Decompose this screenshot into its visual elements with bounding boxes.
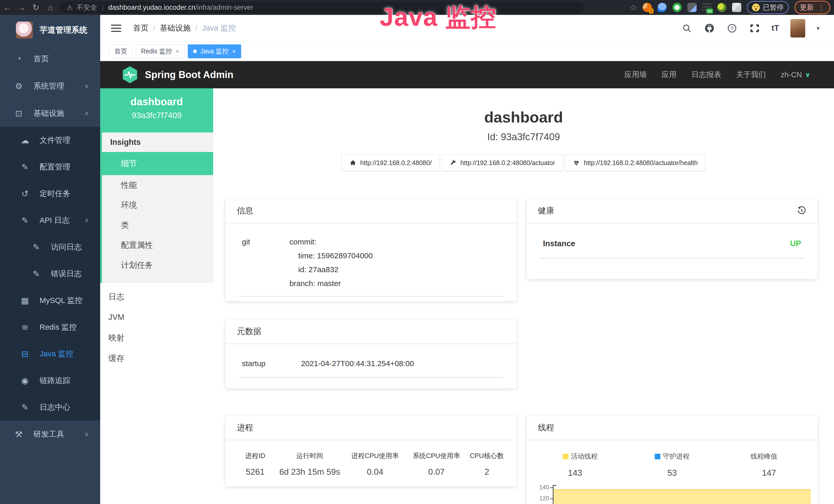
close-icon[interactable]: × bbox=[176, 48, 179, 55]
user-avatar[interactable] bbox=[790, 19, 805, 38]
sidebar-item-home[interactable]: ◔ 首页 bbox=[0, 45, 100, 72]
process-cpu-value: 0.04 bbox=[344, 467, 407, 477]
sba-item-environment[interactable]: 环境 bbox=[102, 195, 213, 215]
health-url-link[interactable]: http://192.168.0.2:48080/actuator/health bbox=[565, 155, 706, 171]
extension-pin-icon[interactable] bbox=[658, 3, 667, 12]
bookmark-star-icon[interactable]: ☆ bbox=[630, 3, 637, 12]
threads-legend: 活动线程 守护进程 线程峰值 bbox=[534, 452, 810, 461]
url-host: dashboard.yudao.iocoder.cn bbox=[108, 4, 195, 12]
wrench-icon bbox=[450, 159, 456, 166]
close-icon[interactable]: × bbox=[232, 48, 236, 55]
health-key: Instance bbox=[543, 239, 575, 248]
sba-navbar: Spring Boot Admin 应用墙 应用 日志报表 关于我们 zh-CN… bbox=[100, 61, 834, 88]
sba-instance-header[interactable]: dashboard 93a3fc7f7409 bbox=[100, 88, 213, 133]
browser-reload-icon[interactable]: ↻ bbox=[29, 3, 43, 12]
info-value: commit: time: 1596289704000 id: 27aa832 … bbox=[289, 237, 500, 288]
log-icon: ✎ bbox=[20, 215, 30, 225]
sidebar-item-java-monitor[interactable]: ⊟ Java 监控 bbox=[0, 340, 100, 367]
browser-back-icon[interactable]: ← bbox=[0, 3, 14, 12]
sba-item-mappings[interactable]: 映射 bbox=[100, 328, 213, 348]
sidebar-item-dev-tools[interactable]: ⚒ 研发工具 ∨ bbox=[0, 420, 100, 448]
git-commit-line: commit: bbox=[289, 237, 500, 246]
tab-home[interactable]: 首页 bbox=[109, 44, 133, 58]
legend-live-threads: 活动线程 bbox=[534, 452, 626, 461]
browser-home-icon[interactable]: ⌂ bbox=[43, 3, 58, 12]
extensions-puzzle-icon[interactable] bbox=[732, 3, 741, 12]
extension-leaf-icon[interactable] bbox=[717, 3, 726, 12]
update-label: 更新 bbox=[800, 3, 814, 12]
sidebar-item-redis-monitor[interactable]: ≋ Redis 监控 bbox=[0, 314, 100, 340]
legend-peak-threads: 线程峰值 bbox=[718, 452, 810, 461]
active-dot-icon bbox=[193, 49, 197, 53]
sba-item-details[interactable]: 细节 bbox=[102, 152, 213, 175]
gear-icon: ⚙ bbox=[13, 81, 24, 91]
health-url: http://192.168.0.2:48080/actuator/health bbox=[584, 159, 698, 167]
insights-section-label: Insights bbox=[102, 133, 213, 152]
sidebar-item-system-mgmt[interactable]: ⚙ 系统管理 ∨ bbox=[0, 72, 100, 100]
github-icon[interactable] bbox=[704, 23, 715, 34]
sidebar-item-access-log[interactable]: ✎ 访问日志 bbox=[0, 234, 100, 260]
search-icon[interactable] bbox=[681, 23, 693, 34]
sba-item-metrics[interactable]: 性能 bbox=[102, 175, 213, 195]
sidebar-item-label: 研发工具 bbox=[34, 429, 64, 439]
metadata-value: 2021-04-27T00:44:31.254+08:00 bbox=[301, 359, 500, 368]
sba-sidebar-group: 日志 JVM 映射 缓存 bbox=[100, 287, 213, 369]
history-icon: ↺ bbox=[20, 189, 30, 199]
browser-forward-icon[interactable]: → bbox=[14, 3, 29, 12]
sba-item-jvm[interactable]: JVM bbox=[100, 307, 213, 328]
sidebar-item-file-mgmt[interactable]: ☁ 文件管理 bbox=[0, 127, 100, 154]
chevron-down-icon: ∨ bbox=[84, 431, 89, 438]
sidebar-item-label: 基础设施 bbox=[34, 108, 64, 119]
sba-item-config-props[interactable]: 配置属性 bbox=[102, 235, 213, 255]
address-bar[interactable]: ⚠ 不安全 | dashboard.yudao.iocoder.cn /infr… bbox=[60, 2, 584, 13]
header-actions: ? tT ▾ bbox=[681, 19, 820, 38]
sidebar-item-config-mgmt[interactable]: ✎ 配置管理 bbox=[0, 154, 100, 180]
col-cpu-cores: CPU核心数 bbox=[466, 451, 507, 460]
history-icon[interactable] bbox=[797, 206, 806, 215]
browser-update-button[interactable]: 更新 ⋮ bbox=[794, 1, 830, 14]
extension-list-icon[interactable]: on bbox=[702, 3, 711, 12]
sba-brand-title[interactable]: Spring Boot Admin bbox=[145, 69, 234, 81]
breadcrumb-home[interactable]: 首页 bbox=[133, 23, 149, 33]
browser-menu-icon[interactable]: ⋮ bbox=[818, 3, 825, 12]
sba-nav-journal[interactable]: 日志报表 bbox=[692, 70, 721, 80]
actuator-url: http://192.168.0.2:48080/actuator bbox=[461, 159, 555, 167]
paused-label: 已暂停 bbox=[763, 3, 784, 12]
app-logo-row[interactable]: 芋道管理系统 bbox=[0, 15, 100, 45]
avatar-caret-icon[interactable]: ▾ bbox=[816, 25, 820, 32]
chevron-down-icon: ∨ bbox=[805, 71, 810, 79]
fullscreen-icon[interactable] bbox=[749, 23, 760, 34]
sidebar-item-cron-jobs[interactable]: ↺ 定时任务 bbox=[0, 180, 100, 207]
sba-item-classes[interactable]: 类 bbox=[102, 215, 213, 235]
tab-redis-monitor[interactable]: Redis 监控 × bbox=[136, 44, 185, 58]
sba-item-scheduled-tasks[interactable]: 计划任务 bbox=[102, 255, 213, 275]
sba-item-caches[interactable]: 缓存 bbox=[100, 348, 213, 369]
help-icon[interactable]: ? bbox=[726, 23, 738, 34]
sba-nav-about[interactable]: 关于我们 bbox=[736, 70, 766, 80]
actuator-url-link[interactable]: http://192.168.0.2:48080/actuator bbox=[442, 155, 563, 171]
sidebar-item-api-logs[interactable]: ✎ API 日志 ∧ bbox=[0, 207, 100, 234]
sba-nav-applications[interactable]: 应用 bbox=[662, 70, 677, 80]
font-size-icon[interactable]: tT bbox=[772, 24, 779, 33]
chevron-up-icon: ∧ bbox=[84, 110, 89, 117]
profile-paused-badge[interactable]: 已暂停 bbox=[747, 1, 789, 14]
sidebar-item-mysql-monitor[interactable]: ▦ MySQL 监控 bbox=[0, 287, 100, 314]
breadcrumb-infrastructure[interactable]: 基础设施 bbox=[160, 23, 191, 33]
service-url-link[interactable]: http://192.168.0.2:48080/ bbox=[342, 155, 440, 171]
sidebar-item-infrastructure[interactable]: ⊡ 基础设施 ∧ bbox=[0, 100, 100, 127]
extension-green-circle-icon[interactable] bbox=[673, 3, 682, 12]
tab-java-monitor[interactable]: Java 监控 × bbox=[188, 44, 241, 58]
sba-locale-select[interactable]: zh-CN ∨ bbox=[781, 71, 810, 79]
extension-badge: 1 bbox=[649, 8, 654, 14]
sidebar-item-label: 配置管理 bbox=[40, 162, 70, 172]
sidebar-item-trace[interactable]: ◉ 链路追踪 bbox=[0, 367, 100, 394]
extension-orange-icon[interactable]: 1 bbox=[643, 3, 652, 12]
sidebar-toggle-icon[interactable] bbox=[111, 25, 121, 32]
extension-grid-icon[interactable] bbox=[687, 3, 697, 12]
eye-icon: ◉ bbox=[20, 375, 30, 386]
sidebar-item-log-center[interactable]: ✎ 日志中心 bbox=[0, 394, 100, 420]
sba-item-logging[interactable]: 日志 bbox=[100, 287, 213, 307]
locale-value: zh-CN bbox=[781, 71, 802, 79]
sba-nav-wallboard[interactable]: 应用墙 bbox=[624, 70, 647, 80]
sidebar-item-error-log[interactable]: ✎ 错误日志 bbox=[0, 260, 100, 287]
